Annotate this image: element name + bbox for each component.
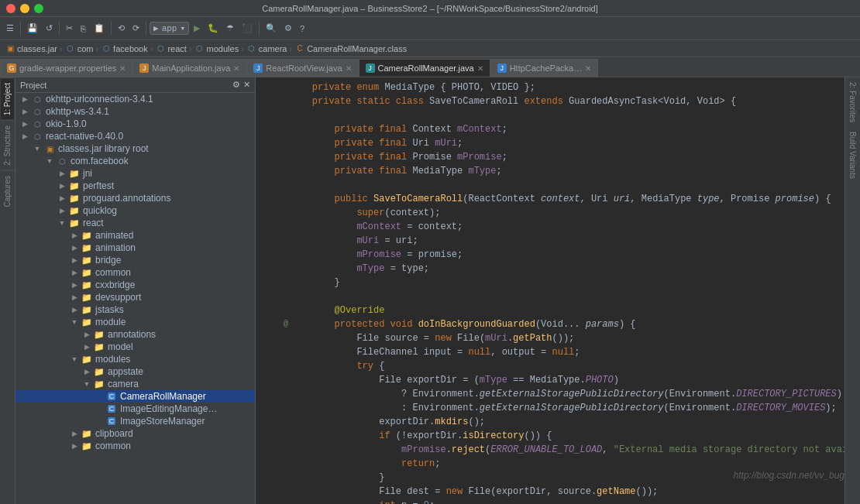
tree-arrow-icon: ▶ [81, 343, 93, 351]
toolbar-btn-undo[interactable]: ⟲ [115, 22, 128, 35]
tree-item[interactable]: ▼📁react [15, 217, 255, 229]
tree-item[interactable]: ▶📁jni [15, 167, 255, 180]
toolbar-btn-help[interactable]: ? [297, 22, 308, 35]
maximize-button[interactable] [34, 4, 43, 13]
tree-header-settings-icon[interactable]: ⚙ [232, 80, 240, 90]
tree-item[interactable]: ▶📁proguard.annotations [15, 192, 255, 204]
tree-arrow-icon: ▶ [68, 293, 81, 301]
tree-item-label: bridge [95, 255, 121, 266]
tree-item[interactable]: ▶📁appstate [15, 365, 255, 378]
file-tree[interactable]: Project ⚙ ✕ ▶⬡okhttp-urlconnection-3.4.1… [15, 77, 256, 504]
tree-file-icon: 📁 [81, 428, 93, 439]
toolbar-btn-cut[interactable]: ✂ [63, 22, 76, 35]
tree-item[interactable]: ▶📁quicklog [15, 204, 255, 217]
right-side-panels: 2: Favorites Build Variants [845, 77, 860, 504]
tab-label-camera-roll: CameraRollManager.java [378, 63, 474, 73]
tree-arrow-icon: ▼ [43, 157, 56, 165]
tree-item[interactable]: ▼📁modules [15, 353, 255, 365]
tree-item[interactable]: ▶⬡okio-1.9.0 [15, 118, 255, 130]
toolbar-btn-stop[interactable]: ⬛ [239, 22, 256, 35]
run-config-icon: ▶ [153, 23, 159, 33]
tab-label-react-root: ReactRootView.java [266, 63, 342, 73]
tree-item[interactable]: ▶📁common [15, 440, 255, 452]
tree-item-label: jni [83, 168, 92, 179]
tab-close-react-root[interactable]: ✕ [346, 64, 352, 73]
panel-tab-structure[interactable]: 2: Structure [1, 120, 14, 170]
tab-main-application[interactable]: J MainApplication.java ✕ [132, 59, 246, 77]
tree-file-icon: 📁 [81, 255, 93, 266]
tree-item[interactable]: ▶📁animation [15, 242, 255, 254]
breadcrumb-item-2[interactable]: ⬡ com [65, 43, 94, 54]
toolbar-btn-search[interactable]: 🔍 [263, 22, 280, 35]
tab-close-camera-roll[interactable]: ✕ [477, 64, 483, 73]
tree-item[interactable]: ▼📁module [15, 316, 255, 328]
tree-arrow-icon: ▶ [56, 207, 68, 214]
pkg-icon-4: ⬡ [194, 43, 205, 54]
breadcrumb-item-1[interactable]: ▣ classes.jar [5, 43, 57, 54]
toolbar-btn-menu[interactable]: ☰ [3, 22, 17, 35]
toolbar-btn-debug[interactable]: 🐛 [205, 22, 222, 35]
line-content: private final Promise mPromise; [287, 150, 511, 164]
toolbar-btn-redo[interactable]: ⟳ [129, 22, 143, 35]
close-button[interactable] [6, 4, 15, 13]
tree-item[interactable]: ▶📁annotations [15, 328, 255, 341]
code-editor[interactable]: private enum MediaType { PHOTO, VIDEO };… [256, 77, 845, 504]
breadcrumb-item-7[interactable]: C CameraRollManager.class [294, 43, 407, 54]
tree-arrow-icon: ▶ [81, 331, 93, 338]
tree-file-icon: ▣ [43, 143, 56, 154]
panel-tab-build-variants[interactable]: Build Variants [846, 127, 859, 183]
tree-item[interactable]: ▶📁animated [15, 229, 255, 242]
tab-http-cache[interactable]: J HttpCachePacka… ✕ [490, 59, 599, 77]
minimize-button[interactable] [20, 4, 29, 13]
code-line: mType = type; [256, 262, 845, 276]
tree-item[interactable]: ▼⬡com.facebook [15, 155, 255, 167]
tree-item[interactable]: CCameraRollManager [15, 390, 255, 403]
tree-item[interactable]: ▶📁model [15, 341, 255, 353]
toolbar-sep-1 [20, 22, 21, 36]
tree-item[interactable]: ▶⬡react-native-0.40.0 [15, 130, 255, 142]
editor-wrapper: private enum MediaType { PHOTO, VIDEO };… [256, 77, 860, 504]
breadcrumb-item-6[interactable]: ⬡ camera [246, 43, 287, 54]
panel-tab-favorites[interactable]: 2: Favorites [846, 77, 859, 127]
tree-item[interactable]: CImageStoreManager [15, 415, 255, 427]
tree-file-icon: 📁 [93, 366, 105, 377]
tree-item[interactable]: ▶📁jstasks [15, 303, 255, 316]
tab-close-http-cache[interactable]: ✕ [585, 64, 591, 73]
toolbar-btn-coverage[interactable]: ☂ [223, 22, 237, 35]
tab-close-gradle[interactable]: ✕ [119, 64, 126, 73]
tree-item[interactable]: ▶📁common [15, 266, 255, 279]
toolbar-btn-copy[interactable]: ⎘ [77, 22, 89, 35]
panel-tab-captures[interactable]: Captures [1, 170, 14, 212]
tree-item-label: ImageEditingManage… [120, 403, 217, 414]
tree-item[interactable]: ▶⬡okhttp-urlconnection-3.4.1 [15, 93, 255, 105]
tree-item[interactable]: ▶📁perftest [15, 180, 255, 192]
toolbar-btn-run[interactable]: ▶ [191, 22, 203, 35]
tree-item[interactable]: ▶📁devsupport [15, 291, 255, 303]
breadcrumb-item-3[interactable]: ⬡ facebook [101, 43, 148, 54]
breadcrumb-item-5[interactable]: ⬡ modules [194, 43, 239, 54]
run-config-dropdown[interactable]: ▶ app ▾ [150, 22, 189, 35]
toolbar-btn-save[interactable]: 💾 [24, 22, 41, 35]
line-content: mPromise = promise; [287, 248, 466, 262]
tree-item[interactable]: ▼📁camera [15, 378, 255, 390]
code-line: if (!exportDir.isDirectory()) { [256, 429, 845, 443]
tab-react-root-view[interactable]: J ReactRootView.java ✕ [246, 59, 358, 77]
code-line: } [256, 276, 845, 290]
breadcrumb-item-4[interactable]: ⬡ react [155, 43, 186, 54]
tree-item[interactable]: ▶📁cxxbridge [15, 279, 255, 291]
tree-header-close-icon[interactable]: ✕ [243, 80, 250, 90]
tab-camera-roll-manager[interactable]: J CameraRollManager.java ✕ [359, 59, 490, 77]
tree-header-icons[interactable]: ⚙ ✕ [232, 80, 250, 90]
tree-item[interactable]: CImageEditingManage… [15, 403, 255, 415]
traffic-lights[interactable] [6, 4, 43, 13]
tab-close-main-app[interactable]: ✕ [233, 64, 239, 73]
toolbar-btn-sync[interactable]: ↺ [43, 22, 56, 35]
tree-item[interactable]: ▶📁bridge [15, 254, 255, 266]
toolbar-btn-paste[interactable]: 📋 [91, 22, 108, 35]
tree-item[interactable]: ▼▣classes.jar library root [15, 142, 255, 155]
panel-tab-project[interactable]: 1: Project [1, 77, 14, 120]
tree-item[interactable]: ▶⬡okhttp-ws-3.4.1 [15, 105, 255, 118]
tab-gradle-wrapper[interactable]: G gradle-wrapper.properties ✕ [0, 59, 132, 77]
toolbar-btn-settings[interactable]: ⚙ [281, 22, 295, 35]
tree-item[interactable]: ▶📁clipboard [15, 427, 255, 440]
